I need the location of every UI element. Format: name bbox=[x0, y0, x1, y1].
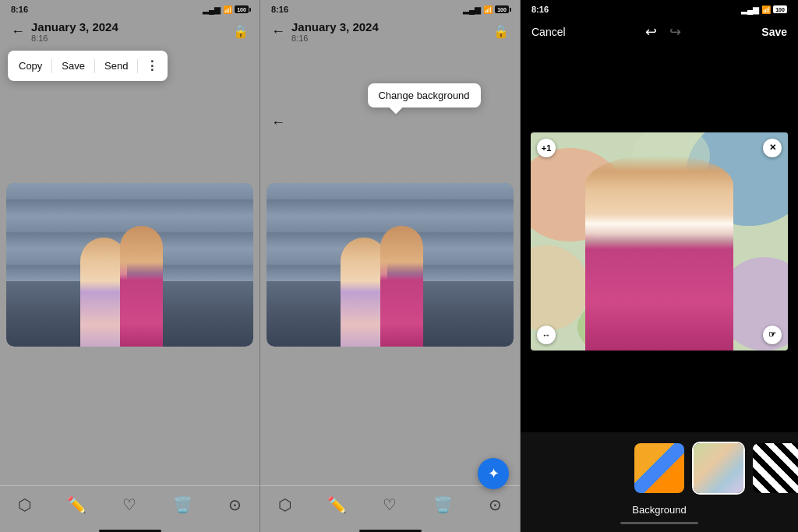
photo-container-1 bbox=[6, 183, 253, 347]
signal-icon-2: ▂▄▆ bbox=[463, 5, 481, 14]
share-icon[interactable]: ⬡ bbox=[12, 492, 37, 517]
magic-select-fab[interactable]: ✦ bbox=[478, 458, 509, 489]
background-thumbnails bbox=[527, 442, 792, 495]
more-icon-2[interactable]: ⊙ bbox=[482, 492, 508, 517]
title-group-1: January 3, 2024 8:16 bbox=[31, 20, 233, 43]
editor-status-bar: 8:16 ▂▄▆ 📶 100 bbox=[521, 0, 798, 16]
lock-icon-1: 🔒 bbox=[233, 24, 249, 39]
back-arrow-icon[interactable]: ← bbox=[11, 23, 25, 40]
status-bar-2: 8:16 ▂▄▆ 📶 100 bbox=[260, 0, 520, 16]
resize-handle-tl[interactable]: +1 bbox=[537, 139, 556, 157]
battery-icon: 100 bbox=[235, 5, 249, 13]
rotate-handle[interactable]: ↔ bbox=[537, 326, 556, 344]
back-arrow-2-icon[interactable]: ← bbox=[271, 23, 285, 40]
editor-toolbar: Cancel ↩ ↪ Save bbox=[521, 16, 798, 50]
toolbar-back-icon[interactable]: ← bbox=[271, 115, 285, 131]
undo-button[interactable]: ↩ bbox=[639, 20, 663, 44]
subject-cutout bbox=[585, 156, 733, 351]
time-1: 8:16 bbox=[11, 5, 28, 14]
editor-status-icons: ▂▄▆ 📶 100 bbox=[741, 5, 787, 14]
status-icons-2: ▂▄▆ 📶 100 bbox=[463, 5, 509, 14]
time-label-1: 8:16 bbox=[31, 33, 233, 43]
editor-canvas: +1 ✕ ↔ ☞ bbox=[521, 50, 798, 432]
wifi-icon-3: 📶 bbox=[761, 5, 771, 14]
edit-icon[interactable]: ✏️ bbox=[61, 492, 93, 517]
edit-icon-2[interactable]: ✏️ bbox=[321, 492, 353, 517]
send-button[interactable]: Send bbox=[97, 57, 136, 75]
close-handle[interactable]: ✕ bbox=[763, 139, 782, 157]
background-canvas: +1 ✕ ↔ ☞ bbox=[531, 132, 788, 351]
bg-thumb-5[interactable] bbox=[751, 442, 798, 495]
photo-area-1: Copy Save Send ⋮ bbox=[0, 44, 260, 485]
app-bar-2: ← January 3, 2024 8:16 🔒 bbox=[260, 16, 520, 44]
wifi-icon-2: 📶 bbox=[483, 5, 493, 14]
cancel-button[interactable]: Cancel bbox=[531, 23, 566, 41]
heart-icon-2[interactable]: ♡ bbox=[376, 492, 403, 517]
bg-thumb-3[interactable] bbox=[633, 442, 686, 495]
kids-photo-2 bbox=[267, 183, 514, 347]
change-background-tooltip: Change background bbox=[367, 83, 480, 107]
menu-divider-3 bbox=[137, 59, 138, 73]
save-photo-button[interactable]: Save bbox=[761, 23, 787, 41]
app-bar-1: ← January 3, 2024 8:16 🔒 bbox=[0, 16, 260, 44]
home-indicator-editor bbox=[620, 522, 698, 524]
lock-icon-2: 🔒 bbox=[493, 24, 509, 39]
more-icon[interactable]: ⊙ bbox=[222, 492, 248, 517]
phone-panel-2: 8:16 ▂▄▆ 📶 100 ← January 3, 2024 8:16 🔒 … bbox=[260, 0, 521, 532]
section-label-background: Background bbox=[527, 504, 792, 516]
editor-panel: 8:16 ▂▄▆ 📶 100 Cancel ↩ ↪ Save bbox=[521, 0, 798, 532]
battery-icon-2: 100 bbox=[495, 5, 509, 13]
figure-right-2 bbox=[380, 226, 423, 347]
photo-area-2: Change background ← bbox=[260, 44, 520, 485]
tooltip-text: Change background bbox=[378, 90, 469, 101]
editor-bottom-bar: Background bbox=[521, 432, 798, 532]
trash-icon-2[interactable]: 🗑️ bbox=[427, 492, 459, 517]
bottom-nav-1: ⬡ ✏️ ♡ 🗑️ ⊙ bbox=[0, 485, 260, 527]
context-menu: Copy Save Send ⋮ bbox=[8, 51, 168, 81]
signal-icon: ▂▄▆ bbox=[203, 5, 221, 14]
more-options-icon[interactable]: ⋮ bbox=[139, 55, 164, 76]
date-label-1: January 3, 2024 bbox=[31, 20, 233, 33]
trash-icon[interactable]: 🗑️ bbox=[167, 492, 199, 517]
resize-handle-br[interactable]: ☞ bbox=[763, 326, 782, 344]
date-label-2: January 3, 2024 bbox=[291, 20, 493, 33]
share-icon-2[interactable]: ⬡ bbox=[272, 492, 298, 517]
time-2: 8:16 bbox=[271, 5, 288, 14]
bg-thumb-1[interactable] bbox=[514, 442, 567, 495]
bg-thumb-4[interactable] bbox=[692, 442, 745, 495]
battery-icon-3: 100 bbox=[773, 5, 787, 13]
copy-button[interactable]: Copy bbox=[11, 57, 50, 75]
status-icons-1: ▂▄▆ 📶 100 bbox=[203, 5, 249, 14]
title-group-2: January 3, 2024 8:16 bbox=[291, 20, 493, 43]
photo-container-2 bbox=[267, 183, 514, 347]
signal-icon-3: ▂▄▆ bbox=[741, 5, 759, 14]
bottom-nav-2: ⬡ ✏️ ♡ 🗑️ ⊙ bbox=[260, 485, 520, 527]
kids-photo-1 bbox=[6, 183, 253, 347]
bg-thumb-2[interactable] bbox=[574, 442, 627, 495]
wifi-icon: 📶 bbox=[223, 5, 232, 14]
heart-icon[interactable]: ♡ bbox=[116, 492, 143, 517]
phone-panel-1: 8:16 ▂▄▆ 📶 100 ← January 3, 2024 8:16 🔒 … bbox=[0, 0, 260, 532]
save-button[interactable]: Save bbox=[54, 57, 93, 75]
status-bar-1: 8:16 ▂▄▆ 📶 100 bbox=[0, 0, 260, 16]
menu-divider bbox=[51, 59, 52, 73]
figure-right bbox=[120, 226, 163, 347]
time-label-2: 8:16 bbox=[291, 33, 493, 43]
redo-button[interactable]: ↪ bbox=[663, 20, 687, 44]
menu-divider-2 bbox=[94, 59, 95, 73]
editor-time: 8:16 bbox=[531, 5, 549, 14]
